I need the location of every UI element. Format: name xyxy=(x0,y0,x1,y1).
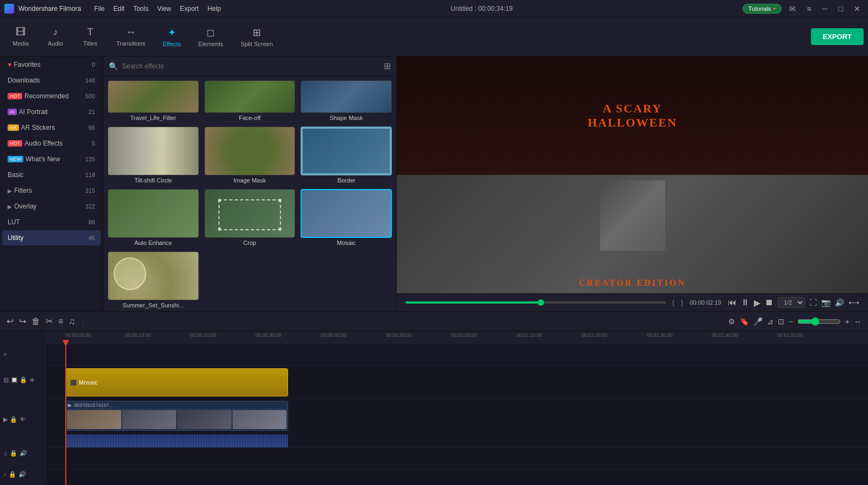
eye-icon-mosaic[interactable]: 👁 xyxy=(29,377,35,383)
redo-button[interactable]: ↪ xyxy=(19,316,26,326)
progress-bar-container[interactable] xyxy=(405,301,666,304)
rewind-button[interactable]: ⏮ xyxy=(728,298,736,307)
video-clip[interactable]: ▶ db37d1c574157... xyxy=(65,401,288,431)
menu-file[interactable]: File xyxy=(94,5,104,12)
tool-titles[interactable]: T Titles xyxy=(74,23,107,50)
tool-split-screen[interactable]: ⊞ Split Screen xyxy=(233,23,280,51)
sidebar-item-filters[interactable]: ▶ Filters 315 xyxy=(2,183,101,198)
effect-card-imagemask[interactable]: Image Mask xyxy=(204,127,296,184)
zoom-out-icon[interactable]: − xyxy=(789,317,793,326)
effect-card-crop[interactable]: Crop xyxy=(204,189,296,246)
sidebar-item-ar-stickers[interactable]: AR AR Stickers 66 xyxy=(2,120,101,135)
sidebar-item-ai-portrait[interactable]: AI AI Portrait 21 xyxy=(2,104,101,119)
undo-button[interactable]: ↩ xyxy=(7,316,14,326)
close-button[interactable]: ✕ xyxy=(851,4,864,13)
audio-button[interactable]: ♫ xyxy=(68,317,75,326)
crop-handle-bl xyxy=(218,228,221,231)
tool-transitions[interactable]: ↔ Transitions xyxy=(109,23,153,50)
sidebar-item-recommended[interactable]: HOT Recommended 500 xyxy=(2,89,101,104)
crop-indicator xyxy=(218,199,282,230)
sidebar-overlay-label: Overlay xyxy=(14,203,85,210)
expand-icon[interactable]: ⟷ xyxy=(848,298,859,307)
music-icon: ♫ xyxy=(3,450,8,457)
effect-card-border[interactable]: Border xyxy=(301,127,392,184)
lock-icon-mosaic[interactable]: 🔒 xyxy=(20,376,27,383)
progress-thumb[interactable] xyxy=(538,299,544,306)
hamburger-icon[interactable]: ≡ xyxy=(803,4,814,13)
sidebar-item-favorites[interactable]: ♥ Favorites 0 xyxy=(2,57,101,72)
ruler-label-6: 00:01:00:00 xyxy=(451,332,477,338)
effect-card-tiltshift[interactable]: Tilt-shift Circle xyxy=(108,127,199,184)
sidebar-overlay-count: 322 xyxy=(85,203,95,210)
effect-card-summer[interactable]: Summer_Set_Sunshi... xyxy=(108,251,199,308)
bookmark-icon[interactable]: 🔖 xyxy=(740,317,749,326)
export-button[interactable]: EXPORT xyxy=(811,28,864,45)
ar-badge: AR xyxy=(8,124,19,131)
effects-icon: ✦ xyxy=(168,27,176,39)
preview-video: A SCARY HALLOWEEN CREATOR EDITION xyxy=(397,56,868,293)
screenshot-icon[interactable]: 📷 xyxy=(821,298,830,307)
tool-elements[interactable]: ◻ Elements xyxy=(191,23,231,51)
lock-icon-extra[interactable]: 🔒 xyxy=(9,471,16,478)
ruler-tick-1: 00:00:10:00 xyxy=(125,331,151,344)
delete-button[interactable]: 🗑 xyxy=(32,317,40,326)
effect-label-tiltshift: Tilt-shift Circle xyxy=(108,177,199,184)
sidebar-item-audio-effects[interactable]: HOT Audio Effects 5 xyxy=(2,136,101,151)
menu-edit[interactable]: Edit xyxy=(114,5,125,12)
sidebar-item-basic[interactable]: Basic 118 xyxy=(2,167,101,182)
effect-card-travel[interactable]: Travel_Life_Filter xyxy=(108,80,199,121)
volume-icon[interactable]: 🔊 xyxy=(835,298,844,307)
effects-search-input[interactable] xyxy=(122,62,379,70)
menu-view[interactable]: View xyxy=(157,5,171,12)
volume-icon-extra[interactable]: 🔊 xyxy=(18,471,26,478)
stop-button[interactable]: ⏹ xyxy=(765,298,773,307)
effect-card-faceoff[interactable]: Face-off xyxy=(204,80,296,121)
play-pause-button[interactable]: ⏸ xyxy=(741,298,750,307)
lock-icon-video[interactable]: 🔒 xyxy=(10,416,17,423)
tool-effects[interactable]: ✦ Effects xyxy=(155,23,188,51)
playhead[interactable] xyxy=(65,344,66,485)
menu-export[interactable]: Export xyxy=(180,5,199,12)
settings-icon[interactable]: ⚙ xyxy=(728,317,735,326)
tool-media[interactable]: 🎞 Media xyxy=(4,23,37,50)
message-icon[interactable]: ✉ xyxy=(786,4,799,13)
mosaic-clip[interactable]: Mosaic xyxy=(65,368,288,396)
menu-tools[interactable]: Tools xyxy=(133,5,148,12)
sidebar-item-lut[interactable]: LUT 88 xyxy=(2,215,101,230)
tutorials-button[interactable]: Tutorials xyxy=(742,4,782,14)
sidebar-item-utility[interactable]: Utility 46 xyxy=(2,230,101,245)
sidebar-item-downloads[interactable]: Downloads 148 xyxy=(2,73,101,88)
properties-button[interactable]: ≡ xyxy=(58,317,63,326)
fit-icon[interactable]: ↔ xyxy=(854,317,861,326)
effect-card-shapemask[interactable]: Shape Mask xyxy=(301,80,392,121)
eye-icon-video[interactable]: 👁 xyxy=(20,416,26,423)
sidebar-basic-label: Basic xyxy=(8,171,85,179)
sidebar-item-overlay[interactable]: ▶ Overlay 322 xyxy=(2,199,101,214)
elements-icon: ◻ xyxy=(207,27,215,39)
minimize-button[interactable]: ─ xyxy=(819,4,831,13)
add-track-icon[interactable]: + xyxy=(3,351,7,357)
menu-help[interactable]: Help xyxy=(208,5,221,12)
timeline-tracks[interactable]: 00:00:00:00 00:00:10:00 00:00:20:00 00:0… xyxy=(46,331,868,485)
ratio-select[interactable]: 1/2 xyxy=(778,297,805,308)
mic-icon[interactable]: 🎤 xyxy=(753,317,763,326)
volume-icon-audio[interactable]: 🔊 xyxy=(20,450,27,457)
tool-audio[interactable]: ♪ Audio xyxy=(39,23,72,50)
ruler-label-5: 00:00:50:00 xyxy=(386,332,412,338)
pip-icon[interactable]: ⊡ xyxy=(778,317,784,326)
adjust-icon[interactable]: ⊿ xyxy=(767,317,773,326)
sidebar-item-whats-new[interactable]: NEW What's New 135 xyxy=(2,152,101,167)
zoom-in-icon[interactable]: + xyxy=(845,317,850,326)
lock-icon-audio[interactable]: 🔒 xyxy=(10,450,17,457)
mosaic-track-row: Mosaic xyxy=(46,366,868,399)
play-button[interactable]: ▶ xyxy=(754,298,760,308)
timeline-left-labels: + ▤ 🔲 🔒 👁 ▶ 🔒 👁 ♫ 🔒 🔊 xyxy=(0,331,46,485)
grid-view-icon[interactable]: ⊞ xyxy=(384,61,391,71)
tracks-container: Mosaic ▶ db37d1c574157... xyxy=(46,344,868,485)
fullscreen-icon[interactable]: ⛶ xyxy=(809,298,817,307)
effect-card-mosaic[interactable]: Mosaic xyxy=(301,189,392,246)
zoom-slider[interactable] xyxy=(797,317,841,326)
cut-button[interactable]: ✂ xyxy=(46,316,53,326)
maximize-button[interactable]: □ xyxy=(835,4,846,13)
effect-card-autoenhance[interactable]: Auto Enhance xyxy=(108,189,199,246)
